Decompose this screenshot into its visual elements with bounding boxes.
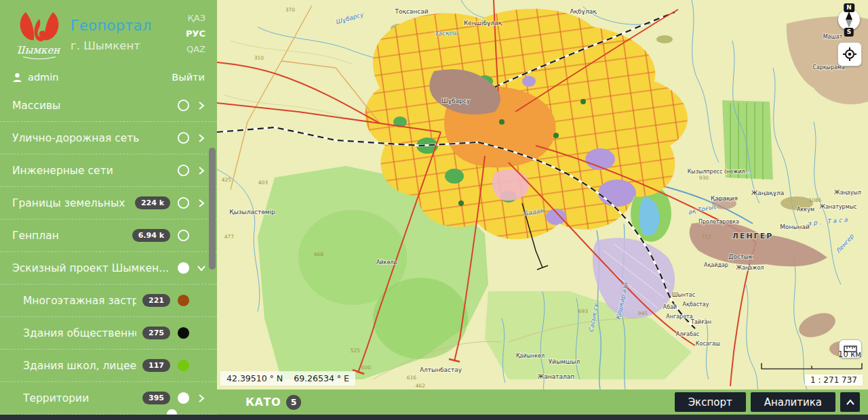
- svg-text:Монынай: Монынай: [780, 224, 810, 230]
- svg-text:468: 468: [314, 251, 324, 257]
- svg-text:600: 600: [361, 364, 372, 371]
- layer-toggle-on[interactable]: [176, 261, 190, 275]
- svg-text:Ақайдар: Ақайдар: [704, 262, 728, 268]
- layer-row-roads[interactable]: Улично-дорожная сеть: [0, 122, 217, 154]
- user-icon: [12, 72, 22, 83]
- chevron-right-icon[interactable]: [196, 165, 207, 176]
- language-switcher: ҚАЗ РУС QAZ: [186, 13, 205, 60]
- feature-count-badge: 224 k: [135, 196, 170, 209]
- svg-text:Шұбарсу: Шұбарсу: [441, 98, 471, 104]
- layer-list: Массивы Улично-дорожная сеть Инженерные …: [0, 89, 217, 415]
- collapse-panel-button[interactable]: [840, 392, 860, 412]
- chevron-right-icon[interactable]: [196, 198, 207, 209]
- svg-text:Достык: Достык: [728, 253, 753, 260]
- layer-toggle-off[interactable]: [176, 196, 190, 210]
- chevron-up-icon: [846, 399, 855, 406]
- layer-row-schools[interactable]: Здания школ, лицеев,... 117: [0, 350, 217, 382]
- svg-text:Кызылпресс (нежил...: Кызылпресс (нежил...: [688, 169, 751, 175]
- chevron-right-icon[interactable]: [196, 100, 207, 111]
- layer-color-toggle[interactable]: [176, 392, 190, 405]
- lang-kaz[interactable]: ҚАЗ: [186, 13, 205, 23]
- svg-text:Алғабас: Алғабас: [676, 331, 699, 337]
- chevron-spacer: [196, 230, 207, 241]
- logout-button[interactable]: Выйти: [172, 72, 205, 83]
- svg-text:Шынтас: Шынтас: [672, 292, 695, 298]
- layer-row-public-buildings[interactable]: Здания общественно... 275: [0, 317, 217, 350]
- layer-label: Эскизный проект Шымкен...: [12, 262, 170, 274]
- scale-distance: 10 км: [761, 350, 863, 359]
- layer-row-territories[interactable]: Территории 395: [0, 382, 217, 415]
- kato-count-badge: 5: [286, 395, 301, 410]
- svg-text:Ангарета: Ангарета: [666, 314, 692, 320]
- map-container: 370 310 425 477 468 525 600 616 717 930 …: [217, 0, 868, 390]
- svg-text:Ақбұлақ: Ақбұлақ: [570, 8, 597, 15]
- layer-label: Генплан: [12, 230, 126, 242]
- export-button[interactable]: Экспорт: [675, 392, 746, 412]
- sidebar-header: Шымкент Геопортал г. Шымкент ҚАЗ РУС QAZ: [0, 0, 217, 65]
- svg-text:Қарақия: Қарақия: [711, 195, 738, 202]
- layer-row-multistorey[interactable]: Многоэтажная застр... 221: [0, 285, 217, 317]
- lang-rus[interactable]: РУС: [186, 28, 205, 39]
- next-layer-toggle-peek[interactable]: [167, 409, 177, 415]
- svg-text:Пролетаровка: Пролетаровка: [698, 219, 739, 225]
- svg-text:Косагаш: Косагаш: [696, 341, 720, 347]
- svg-text:Аккум: Аккум: [797, 207, 814, 213]
- svg-text:945: 945: [638, 310, 648, 316]
- layer-toggle-off[interactable]: [176, 131, 190, 145]
- svg-text:Кеңшібұлақ: Кеңшібұлақ: [464, 20, 502, 26]
- scale-bar: [761, 363, 863, 370]
- feature-count-badge: 6.94 k: [132, 229, 170, 242]
- feature-count-badge: 395: [142, 392, 170, 404]
- layer-color-toggle[interactable]: [176, 359, 190, 373]
- svg-text:Тоқсансай: Тоқсансай: [394, 8, 428, 15]
- layer-toggle-off[interactable]: [176, 99, 190, 112]
- svg-text:525: 525: [351, 348, 361, 354]
- layer-color-toggle[interactable]: [176, 294, 190, 308]
- layer-row-land-borders[interactable]: Границы земельных у... 224 k: [0, 187, 217, 219]
- chevron-spacer: [196, 360, 207, 371]
- compass-control[interactable]: N S: [837, 3, 861, 37]
- layer-label: Улично-дорожная сеть: [12, 132, 170, 144]
- feature-count-badge: 221: [142, 294, 170, 307]
- map-canvas[interactable]: 370 310 425 477 468 525 600 616 717 930 …: [217, 0, 868, 390]
- svg-text:462: 462: [416, 383, 426, 389]
- svg-text:ЛЕНГЕР: ЛЕНГЕР: [732, 232, 773, 240]
- logo-script-text: Шымкент: [18, 44, 61, 56]
- bottom-actions: Экспорт Аналитика: [675, 392, 860, 412]
- sidebar-scrollbar[interactable]: [209, 148, 216, 270]
- layer-toggle-off[interactable]: [176, 164, 190, 177]
- svg-text:1086: 1086: [808, 197, 821, 203]
- svg-text:Жаңауыл: Жаңауыл: [834, 190, 861, 196]
- kato-chip[interactable]: КАТО 5: [245, 395, 301, 410]
- locate-me-button[interactable]: [837, 42, 862, 66]
- feature-count-badge: 275: [142, 327, 170, 339]
- latitude-value: 42.39510 ° N: [226, 373, 283, 383]
- bottom-bar: КАТО 5 Экспорт Аналитика: [217, 390, 868, 415]
- svg-text:Жаңажол: Жаңажол: [736, 265, 764, 271]
- layer-toggle-off[interactable]: [176, 229, 190, 243]
- layer-color-toggle[interactable]: [176, 327, 190, 340]
- user-row: admin Выйти: [0, 68, 217, 87]
- layer-label: Многоэтажная застр...: [23, 295, 136, 307]
- chevron-right-icon[interactable]: [196, 393, 207, 404]
- svg-text:Айкөль: Айкөль: [376, 259, 397, 266]
- cursor-coordinates: 42.39510 ° N 69.26534 ° E: [220, 371, 355, 385]
- layer-label: Здания общественно...: [23, 327, 136, 339]
- scale-ratio: 1 : 271 737: [805, 375, 863, 385]
- svg-text:Ақбастау: Ақбастау: [683, 301, 709, 308]
- svg-text:Жаңақұла: Жаңақұла: [751, 190, 785, 196]
- layer-row-sketch-project[interactable]: Эскизный проект Шымкен...: [0, 252, 217, 285]
- compass-south-label: S: [844, 28, 854, 37]
- chevron-right-icon[interactable]: [196, 133, 207, 144]
- lang-qaz[interactable]: QAZ: [186, 44, 205, 54]
- analytics-button[interactable]: Аналитика: [751, 392, 835, 412]
- svg-text:Қайынкөл: Қайынкөл: [516, 353, 545, 359]
- user-name: admin: [28, 72, 58, 83]
- bottom-dark-strip: [0, 415, 868, 420]
- layer-row-massivy[interactable]: Массивы: [0, 89, 217, 122]
- chevron-down-icon[interactable]: [196, 263, 207, 274]
- layer-row-genplan[interactable]: Генплан 6.94 k: [0, 219, 217, 252]
- svg-text:Жанаталап: Жанаталап: [538, 373, 575, 380]
- layer-row-networks[interactable]: Инженерные сети: [0, 154, 217, 187]
- layer-label: Инженерные сети: [12, 165, 170, 177]
